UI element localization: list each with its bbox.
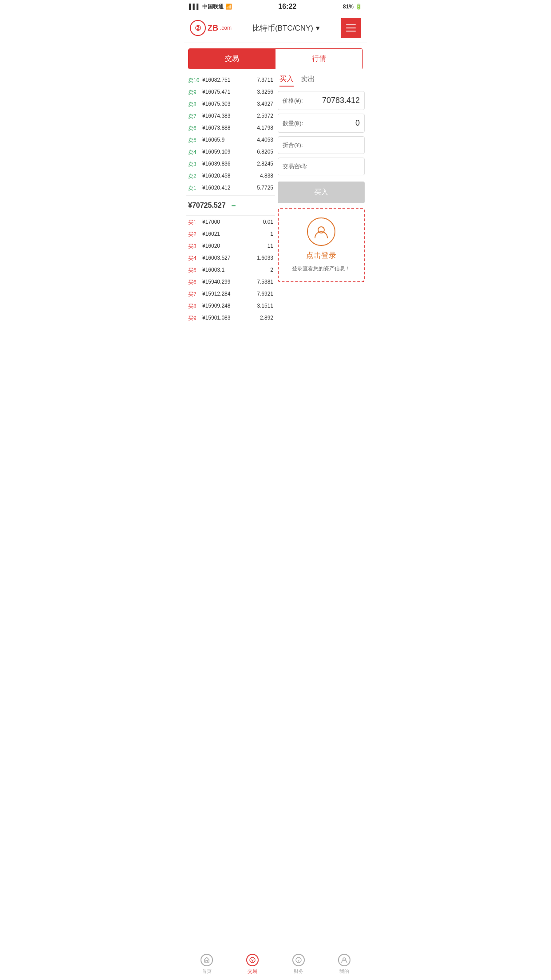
order-book: 卖10 ¥16082.751 7.3711 卖9 ¥16075.471 3.32… <box>186 75 275 324</box>
login-sub-text: 登录查看您的资产信息！ <box>292 265 350 273</box>
sell-label-5: 卖5 <box>188 137 201 144</box>
sell-order-1: 卖1 ¥16020.412 5.7725 <box>186 182 275 194</box>
sell-price-3: ¥16039.836 <box>201 161 257 168</box>
sell-price-1: ¥16020.412 <box>201 185 257 192</box>
buy-amount-9: 2.892 <box>260 315 273 322</box>
login-box[interactable]: 点击登录 登录查看您的资产信息！ <box>278 208 365 282</box>
user-avatar-icon <box>313 224 329 240</box>
buy-amount-6: 7.5381 <box>257 279 273 286</box>
sell-label-1: 卖1 <box>188 185 201 192</box>
buy-price-8: ¥15909.248 <box>201 303 257 310</box>
buy-label-4: 买4 <box>188 255 201 262</box>
carrier: 中国联通 <box>202 3 224 11</box>
sell-label-8: 卖8 <box>188 101 201 108</box>
sell-order-8: 卖8 ¥16075.303 3.4927 <box>186 99 275 111</box>
sell-order-6: 卖6 ¥16073.888 4.1798 <box>186 122 275 134</box>
password-field[interactable]: 交易密码: <box>278 158 365 175</box>
buy-order-5: 买5 ¥16003.1 2 <box>186 265 275 277</box>
status-bar: ▌▌▌ 中国联通 📶 16:22 81% 🔋 <box>184 0 367 13</box>
buy-price-5: ¥16003.1 <box>201 267 270 274</box>
buy-order-7: 买7 ¥15912.284 7.6921 <box>186 288 275 300</box>
sell-order-7: 卖7 ¥16074.383 2.5972 <box>186 111 275 122</box>
price-value: 70783.412 <box>322 96 360 105</box>
sell-amount-3: 2.8245 <box>257 161 273 168</box>
sell-amount-1: 5.7725 <box>257 185 273 192</box>
logo: ② ZB .com <box>190 20 232 36</box>
tab-trade[interactable]: 交易 <box>189 49 276 69</box>
buy-orders: 买1 ¥17000 0.01 买2 ¥16021 1 买3 ¥16020 11 … <box>186 217 275 324</box>
buy-order-2: 买2 ¥16021 1 <box>186 229 275 241</box>
sell-price-7: ¥16074.383 <box>201 113 257 120</box>
buy-label-8: 买8 <box>188 303 201 310</box>
buy-order-3: 买3 ¥16020 11 <box>186 241 275 253</box>
battery-icon: 🔋 <box>355 4 362 10</box>
buy-price-3: ¥16020 <box>201 243 268 250</box>
status-left: ▌▌▌ 中国联通 📶 <box>189 3 232 11</box>
tab-sell[interactable]: 卖出 <box>301 75 315 87</box>
sell-order-2: 卖2 ¥16020.458 4.838 <box>186 170 275 182</box>
buy-price-2: ¥16021 <box>201 231 270 238</box>
sell-price-4: ¥16059.109 <box>201 149 257 156</box>
price-field[interactable]: 价格(¥): 70783.412 <box>278 91 365 110</box>
total-label: 折合(¥): <box>283 141 303 149</box>
buy-label-9: 买9 <box>188 315 201 322</box>
buy-sell-tabs: 买入 卖出 <box>278 75 365 87</box>
sell-order-4: 卖4 ¥16059.109 6.8205 <box>186 146 275 158</box>
login-text[interactable]: 点击登录 <box>306 250 336 261</box>
buy-order-1: 买1 ¥17000 0.01 <box>186 217 275 229</box>
sell-amount-6: 4.1798 <box>257 125 273 132</box>
hamburger-icon <box>346 24 356 32</box>
sell-amount-4: 6.8205 <box>257 149 273 156</box>
sell-order-5: 卖5 ¥16065.9 4.4053 <box>186 134 275 146</box>
mid-price-sign: － <box>229 200 237 211</box>
buy-button[interactable]: 买入 <box>278 182 365 203</box>
total-field: 折合(¥): <box>278 136 365 154</box>
buy-price-7: ¥15912.284 <box>201 291 257 298</box>
menu-button[interactable] <box>341 18 361 38</box>
sell-label-3: 卖3 <box>188 161 201 168</box>
pair-title: 比特币(BTC/CNY) <box>252 23 313 33</box>
buy-order-6: 买6 ¥15940.299 7.5381 <box>186 277 275 288</box>
buy-amount-5: 2 <box>270 267 273 274</box>
header-title[interactable]: 比特币(BTC/CNY) ▾ <box>252 23 320 33</box>
sell-label-7: 卖7 <box>188 113 201 120</box>
tab-market[interactable]: 行情 <box>276 49 362 69</box>
mid-price-value: ¥70725.527 <box>188 202 226 209</box>
sell-amount-9: 3.3256 <box>257 89 273 96</box>
logo-circle: ② <box>190 20 206 36</box>
sell-order-10: 卖10 ¥16082.751 7.3711 <box>186 75 275 87</box>
buy-label-3: 买3 <box>188 243 201 250</box>
buy-order-9: 买9 ¥15901.083 2.892 <box>186 312 275 324</box>
sell-price-6: ¥16073.888 <box>201 125 257 132</box>
sell-price-2: ¥16020.458 <box>201 173 260 180</box>
buy-price-1: ¥17000 <box>201 219 263 226</box>
amount-field[interactable]: 数量(฿): 0 <box>278 114 365 133</box>
sell-label-6: 卖6 <box>188 125 201 132</box>
buy-price-4: ¥16003.527 <box>201 255 257 262</box>
buy-amount-4: 1.6033 <box>257 255 273 262</box>
sell-price-8: ¥16075.303 <box>201 101 257 108</box>
buy-price-6: ¥15940.299 <box>201 279 257 286</box>
battery-percent: 81% <box>343 4 354 10</box>
buy-label-2: 买2 <box>188 231 201 238</box>
price-label: 价格(¥): <box>283 97 303 105</box>
sell-label-9: 卖9 <box>188 89 201 96</box>
tab-buy[interactable]: 买入 <box>279 75 294 87</box>
status-time: 16:22 <box>278 3 296 11</box>
sell-label-4: 卖4 <box>188 149 201 156</box>
buy-order-4: 买4 ¥16003.527 1.6033 <box>186 253 275 265</box>
status-right: 81% 🔋 <box>343 4 362 10</box>
trade-panel: 买入 卖出 价格(¥): 70783.412 数量(฿): 0 折合(¥): <box>278 75 365 324</box>
logo-domain: .com <box>220 25 232 31</box>
signal-icon: ▌▌▌ <box>189 4 201 10</box>
amount-value: 0 <box>355 119 360 128</box>
password-label: 交易密码: <box>283 162 307 170</box>
amount-label: 数量(฿): <box>283 119 303 127</box>
sell-order-3: 卖3 ¥16039.836 2.8245 <box>186 158 275 170</box>
buy-amount-2: 1 <box>270 231 273 238</box>
sell-amount-8: 3.4927 <box>257 101 273 108</box>
buy-price-9: ¥15901.083 <box>201 315 260 322</box>
sell-price-5: ¥16065.9 <box>201 137 257 144</box>
sell-label-2: 卖2 <box>188 173 201 180</box>
logo-symbol: ② <box>195 24 201 32</box>
